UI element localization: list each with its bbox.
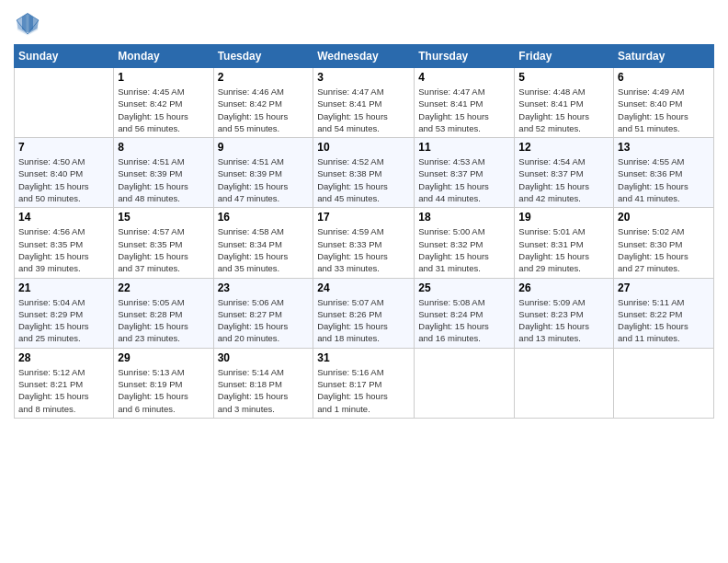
svg-marker-4 [22, 14, 33, 33]
day-number: 20 [618, 211, 710, 224]
day-number: 31 [317, 351, 410, 364]
calendar-cell: 17Sunrise: 4:59 AM Sunset: 8:33 PM Dayli… [313, 208, 415, 278]
logo-icon [14, 9, 41, 37]
day-number: 2 [218, 71, 310, 84]
day-info: Sunrise: 5:12 AM Sunset: 8:21 PM Dayligh… [18, 366, 109, 415]
calendar-cell: 9Sunrise: 4:51 AM Sunset: 8:39 PM Daylig… [213, 138, 313, 208]
day-number: 16 [218, 211, 310, 224]
calendar-cell: 23Sunrise: 5:06 AM Sunset: 8:27 PM Dayli… [213, 278, 313, 348]
day-number: 17 [317, 211, 410, 224]
day-info: Sunrise: 4:51 AM Sunset: 8:39 PM Dayligh… [218, 155, 310, 204]
calendar-cell: 31Sunrise: 5:16 AM Sunset: 8:17 PM Dayli… [313, 348, 415, 418]
calendar-cell: 22Sunrise: 5:05 AM Sunset: 8:28 PM Dayli… [114, 278, 213, 348]
calendar-cell: 14Sunrise: 4:56 AM Sunset: 8:35 PM Dayli… [15, 208, 114, 278]
day-info: Sunrise: 4:50 AM Sunset: 8:40 PM Dayligh… [18, 155, 109, 204]
day-info: Sunrise: 5:14 AM Sunset: 8:18 PM Dayligh… [218, 366, 310, 415]
day-number: 21 [18, 282, 109, 294]
day-info: Sunrise: 4:57 AM Sunset: 8:35 PM Dayligh… [118, 225, 209, 274]
calendar-cell: 10Sunrise: 4:52 AM Sunset: 8:38 PM Dayli… [313, 138, 415, 208]
day-number: 23 [218, 282, 310, 294]
day-number: 15 [118, 211, 209, 224]
day-info: Sunrise: 4:48 AM Sunset: 8:41 PM Dayligh… [518, 86, 609, 134]
calendar-cell: 5Sunrise: 4:48 AM Sunset: 8:41 PM Daylig… [515, 68, 614, 138]
calendar-cell: 25Sunrise: 5:08 AM Sunset: 8:24 PM Dayli… [415, 278, 515, 348]
logo [14, 9, 45, 37]
page-header [14, 9, 714, 37]
calendar-table: SundayMondayTuesdayWednesdayThursdayFrid… [14, 44, 714, 419]
day-info: Sunrise: 4:51 AM Sunset: 8:39 PM Dayligh… [118, 155, 209, 204]
calendar-cell: 28Sunrise: 5:12 AM Sunset: 8:21 PM Dayli… [15, 348, 114, 418]
calendar-cell: 12Sunrise: 4:54 AM Sunset: 8:37 PM Dayli… [515, 138, 614, 208]
calendar-cell: 6Sunrise: 4:49 AM Sunset: 8:40 PM Daylig… [614, 68, 714, 138]
weekday-header: Saturday [614, 45, 714, 68]
header-row: SundayMondayTuesdayWednesdayThursdayFrid… [15, 45, 714, 68]
day-info: Sunrise: 4:46 AM Sunset: 8:42 PM Dayligh… [218, 86, 310, 134]
day-info: Sunrise: 5:06 AM Sunset: 8:27 PM Dayligh… [218, 296, 310, 345]
calendar-cell: 1Sunrise: 4:45 AM Sunset: 8:42 PM Daylig… [114, 68, 213, 138]
calendar-cell: 11Sunrise: 4:53 AM Sunset: 8:37 PM Dayli… [415, 138, 515, 208]
day-info: Sunrise: 5:11 AM Sunset: 8:22 PM Dayligh… [618, 296, 710, 345]
calendar-cell: 18Sunrise: 5:00 AM Sunset: 8:32 PM Dayli… [415, 208, 515, 278]
calendar-cell: 27Sunrise: 5:11 AM Sunset: 8:22 PM Dayli… [614, 278, 714, 348]
day-number: 28 [18, 351, 109, 364]
day-info: Sunrise: 5:02 AM Sunset: 8:30 PM Dayligh… [618, 225, 710, 274]
day-number: 6 [618, 71, 710, 84]
day-info: Sunrise: 4:49 AM Sunset: 8:40 PM Dayligh… [618, 86, 710, 134]
day-info: Sunrise: 4:56 AM Sunset: 8:35 PM Dayligh… [18, 225, 109, 274]
day-number: 25 [418, 282, 510, 294]
day-info: Sunrise: 5:04 AM Sunset: 8:29 PM Dayligh… [18, 296, 109, 345]
day-number: 30 [218, 351, 310, 364]
day-number: 27 [618, 282, 710, 294]
calendar-cell: 7Sunrise: 4:50 AM Sunset: 8:40 PM Daylig… [15, 138, 114, 208]
weekday-header: Sunday [15, 45, 114, 68]
calendar-cell: 20Sunrise: 5:02 AM Sunset: 8:30 PM Dayli… [614, 208, 714, 278]
day-info: Sunrise: 4:55 AM Sunset: 8:36 PM Dayligh… [618, 155, 710, 204]
calendar-cell: 29Sunrise: 5:13 AM Sunset: 8:19 PM Dayli… [114, 348, 213, 418]
day-info: Sunrise: 5:00 AM Sunset: 8:32 PM Dayligh… [418, 225, 510, 274]
day-number: 9 [218, 141, 310, 154]
day-info: Sunrise: 4:52 AM Sunset: 8:38 PM Dayligh… [317, 155, 410, 204]
day-number: 26 [518, 282, 609, 294]
calendar-cell [415, 348, 515, 418]
day-info: Sunrise: 5:08 AM Sunset: 8:24 PM Dayligh… [418, 296, 510, 345]
calendar-week-row: 21Sunrise: 5:04 AM Sunset: 8:29 PM Dayli… [15, 278, 714, 348]
calendar-cell: 21Sunrise: 5:04 AM Sunset: 8:29 PM Dayli… [15, 278, 114, 348]
calendar-cell: 15Sunrise: 4:57 AM Sunset: 8:35 PM Dayli… [114, 208, 213, 278]
calendar-cell [15, 68, 114, 138]
calendar-week-row: 7Sunrise: 4:50 AM Sunset: 8:40 PM Daylig… [15, 138, 714, 208]
day-number: 14 [18, 211, 109, 224]
calendar-cell: 8Sunrise: 4:51 AM Sunset: 8:39 PM Daylig… [114, 138, 213, 208]
day-number: 12 [518, 141, 609, 154]
day-number: 5 [518, 71, 609, 84]
day-info: Sunrise: 5:07 AM Sunset: 8:26 PM Dayligh… [317, 296, 410, 345]
day-number: 24 [317, 282, 410, 294]
day-info: Sunrise: 5:05 AM Sunset: 8:28 PM Dayligh… [118, 296, 209, 345]
day-number: 4 [418, 71, 510, 84]
day-number: 22 [118, 282, 209, 294]
day-number: 1 [118, 71, 209, 84]
day-number: 29 [118, 351, 209, 364]
day-info: Sunrise: 5:01 AM Sunset: 8:31 PM Dayligh… [518, 225, 609, 274]
calendar-cell [614, 348, 714, 418]
calendar-week-row: 28Sunrise: 5:12 AM Sunset: 8:21 PM Dayli… [15, 348, 714, 418]
calendar-week-row: 14Sunrise: 4:56 AM Sunset: 8:35 PM Dayli… [15, 208, 714, 278]
weekday-header: Tuesday [213, 45, 313, 68]
day-number: 18 [418, 211, 510, 224]
day-number: 11 [418, 141, 510, 154]
day-info: Sunrise: 4:58 AM Sunset: 8:34 PM Dayligh… [218, 225, 310, 274]
weekday-header: Wednesday [313, 45, 415, 68]
day-info: Sunrise: 4:45 AM Sunset: 8:42 PM Dayligh… [118, 86, 209, 134]
calendar-cell: 30Sunrise: 5:14 AM Sunset: 8:18 PM Dayli… [213, 348, 313, 418]
calendar-week-row: 1Sunrise: 4:45 AM Sunset: 8:42 PM Daylig… [15, 68, 714, 138]
day-number: 13 [618, 141, 710, 154]
calendar-cell: 16Sunrise: 4:58 AM Sunset: 8:34 PM Dayli… [213, 208, 313, 278]
day-info: Sunrise: 4:53 AM Sunset: 8:37 PM Dayligh… [418, 155, 510, 204]
day-info: Sunrise: 4:47 AM Sunset: 8:41 PM Dayligh… [418, 86, 510, 134]
calendar-cell: 24Sunrise: 5:07 AM Sunset: 8:26 PM Dayli… [313, 278, 415, 348]
day-info: Sunrise: 4:54 AM Sunset: 8:37 PM Dayligh… [518, 155, 609, 204]
weekday-header: Friday [515, 45, 614, 68]
day-number: 19 [518, 211, 609, 224]
calendar-cell: 19Sunrise: 5:01 AM Sunset: 8:31 PM Dayli… [515, 208, 614, 278]
calendar-cell: 4Sunrise: 4:47 AM Sunset: 8:41 PM Daylig… [415, 68, 515, 138]
day-info: Sunrise: 5:16 AM Sunset: 8:17 PM Dayligh… [317, 366, 410, 415]
